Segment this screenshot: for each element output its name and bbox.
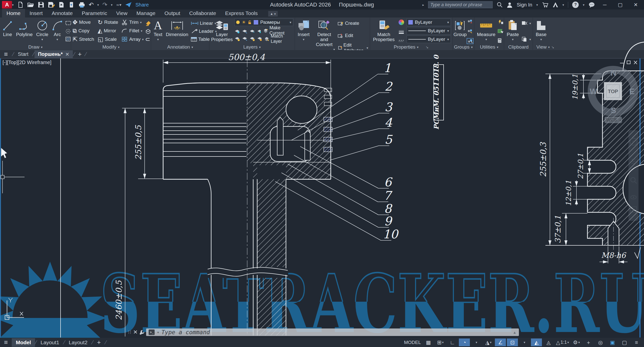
command-placeholder: Type a command: [161, 329, 210, 335]
svg-text:10: 10: [383, 227, 399, 241]
grid-toggle[interactable]: ▦: [423, 338, 434, 346]
callout-numbers: 1 2 3 4 5 6 7 8 9 10: [383, 61, 399, 241]
ortho-icon: ∟: [450, 339, 455, 345]
svg-text:8: 8: [384, 202, 393, 216]
command-close-icon[interactable]: ✕: [133, 329, 138, 335]
svg-text:1: 1: [384, 61, 391, 75]
status-menu-icon: ≡: [635, 339, 638, 345]
tab-layout1[interactable]: Layout1: [37, 338, 63, 347]
command-grip-handle[interactable]: ⁞⁞: [128, 330, 132, 335]
dim-255-inner: 255±0,5: [134, 125, 143, 160]
dim-2460: 2460±0,5: [114, 280, 124, 320]
polar-icon: ◔: [463, 339, 466, 345]
drawing-geometry: 500±0,4 255±0,5 2460±0,5 1 2 3 4 5 6 7 8: [0, 0, 644, 347]
viewcube-west[interactable]: W: [590, 87, 597, 96]
annotation-scale-icon: △: [556, 339, 560, 345]
dim-top: 500±0,4: [228, 52, 265, 62]
dim-255-detail: 255±0,3: [538, 142, 548, 177]
dim-19: 19±0,1: [571, 74, 579, 100]
graphics-performance-button[interactable]: ▣: [607, 338, 618, 346]
object-snap-tracking-toggle[interactable]: ∠: [495, 338, 506, 346]
command-caret-icon[interactable]: ▾: [157, 330, 159, 334]
object-snap-toggle[interactable]: ⊡: [507, 338, 518, 346]
annotation-visibility-toggle[interactable]: ◭: [531, 338, 542, 346]
annotation-autoscale-toggle[interactable]: ◬: [543, 338, 554, 346]
command-line-dock: ⁞⁞ ✕ >_ ▾ Type a command ▲: [128, 328, 519, 336]
model-space-button[interactable]: MODEL: [403, 338, 422, 346]
mouse-pointer: [1, 148, 7, 158]
viewport-window-controls[interactable]: [620, 61, 637, 64]
svg-text:5: 5: [385, 132, 393, 146]
dim-12: 12±0,1: [564, 180, 573, 206]
polar-tracking-toggle[interactable]: ◔: [459, 338, 470, 346]
clean-screen-icon: ▢: [622, 339, 627, 345]
osnap-icon: ⊡: [510, 339, 515, 345]
piston-main-view: [163, 60, 332, 335]
snap-toggle[interactable]: ⊞▾: [435, 338, 446, 346]
viewport-restore-icon: [627, 61, 630, 64]
command-input[interactable]: >_ ▾ Type a command ▲: [146, 328, 519, 336]
otrack-icon: ∠: [498, 339, 503, 345]
command-prompt-icon: >_: [149, 329, 155, 335]
wcs-label: WCS: [606, 117, 617, 122]
isolate-objects-button[interactable]: ◎: [595, 338, 606, 346]
gear-icon: ⚙: [573, 339, 578, 345]
annotation-autoscale-icon: ◬: [546, 339, 550, 345]
grid-icon: ▦: [426, 339, 431, 345]
svg-text:4: 4: [385, 115, 393, 129]
snap-icon: ⊞: [437, 339, 442, 345]
clean-screen-button[interactable]: ▢: [619, 338, 630, 346]
dim-37: 37±0,1: [553, 215, 562, 243]
annotation-monitor-button[interactable]: ＋: [583, 338, 594, 346]
new-layout-button[interactable]: +: [93, 337, 105, 347]
stamp-box: РСМиМ. 0511018. 0: [433, 54, 444, 130]
viewport-close-icon: [634, 61, 637, 64]
layout-menu-icon[interactable]: ≡: [0, 338, 12, 346]
osnap-caret[interactable]: ▾: [519, 338, 530, 346]
graphics-icon: ▣: [610, 339, 615, 345]
isodraft-icon: ◮: [485, 339, 489, 345]
isodraft-toggle[interactable]: ◮▾: [483, 338, 494, 346]
annotation-scale-button[interactable]: △1:1▾: [555, 338, 570, 346]
status-menu-button[interactable]: ≡: [631, 338, 642, 346]
svg-text:6: 6: [384, 175, 393, 189]
navigation-bar[interactable]: [628, 130, 638, 221]
svg-text:7: 7: [384, 189, 393, 203]
svg-text:2: 2: [385, 79, 393, 93]
workspace-switch-button[interactable]: ⚙▾: [571, 338, 582, 346]
ucs-icon: [5, 298, 24, 319]
ortho-toggle[interactable]: ∟: [447, 338, 458, 346]
crosshair-cursor: [1, 148, 25, 193]
tab-layout2[interactable]: Layout2: [65, 338, 92, 347]
dim-thread: M8-h6: [601, 251, 626, 260]
autocad-window: A ▾ ↶▾ ↷▾ ≂▾ Share Autodesk AutoCAD 2026…: [0, 0, 644, 347]
polar-caret[interactable]: ▾: [471, 338, 482, 346]
svg-text:9: 9: [384, 214, 393, 228]
svg-text:▾: ▾: [619, 118, 621, 122]
plus-icon: ＋: [586, 339, 591, 346]
viewport-label[interactable]: [-][Top][2D Wireframe]: [3, 60, 52, 65]
annotation-visibility-icon: ◭: [534, 339, 538, 345]
command-history-icon[interactable]: ▲: [513, 330, 517, 334]
viewcube-south[interactable]: S: [611, 106, 616, 115]
viewcube-north[interactable]: N: [610, 68, 616, 77]
viewcube-top-label: TOP: [608, 89, 618, 94]
status-toggles: MODEL ▦ ⊞▾ ∟ ◔ ▾ ◮▾ ∠ ⊡ ▾ ◭ ◬ △1:1▾ ⚙▾ ＋…: [403, 338, 644, 346]
viewcube-east[interactable]: E: [629, 87, 634, 96]
dim-27: 27±0,1: [576, 153, 585, 179]
isolate-icon: ◎: [598, 339, 603, 345]
tab-model[interactable]: Model: [12, 338, 35, 347]
status-bar: ≡ Model / Layout1 / Layout2 / + / MODEL …: [0, 338, 644, 347]
stamp-text: РСМиМ. 0511018. 0: [433, 54, 440, 130]
command-customize-wrench-icon[interactable]: [139, 329, 145, 335]
svg-text:3: 3: [385, 100, 393, 114]
